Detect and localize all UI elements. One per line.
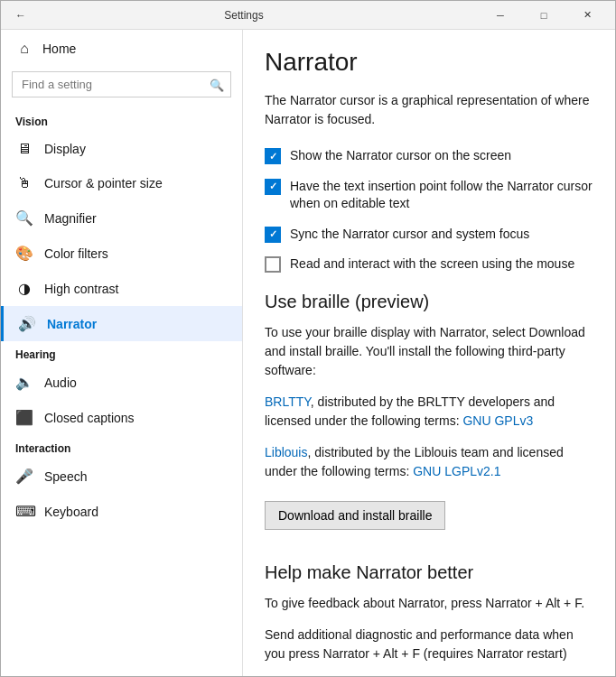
sidebar-item-display[interactable]: 🖥 Display xyxy=(1,132,242,166)
magnifier-icon: 🔍 xyxy=(15,209,33,227)
checkbox-row-show-cursor: Show the Narrator cursor on the screen xyxy=(265,147,593,165)
feedback-description2: Send additional diagnostic and performan… xyxy=(265,626,593,663)
sidebar-item-keyboard[interactable]: ⌨ Keyboard xyxy=(1,494,242,529)
sidebar-item-keyboard-label: Keyboard xyxy=(44,505,98,519)
sidebar-item-speech-label: Speech xyxy=(44,469,87,484)
gnu-gplv3-link[interactable]: GNU GPLv3 xyxy=(462,413,533,428)
braille-description: To use your braille display with Narrato… xyxy=(265,323,593,380)
sidebar-item-color-filters-label: Color filters xyxy=(44,246,108,261)
checkbox-row-follow-cursor: Have the text insertion point follow the… xyxy=(265,178,593,213)
page-title: Narrator xyxy=(265,48,593,77)
checkbox-read-interact-label: Read and interact with the screen using … xyxy=(290,255,574,274)
sidebar-item-display-label: Display xyxy=(44,142,86,156)
window-title: Settings xyxy=(33,9,454,22)
main-description: The Narrator cursor is a graphical repre… xyxy=(265,91,593,129)
brltty-link[interactable]: BRLTTY xyxy=(265,394,311,409)
window-controls: ─ □ ✕ xyxy=(480,1,608,30)
sidebar-item-home[interactable]: ⌂ Home xyxy=(1,30,242,68)
sidebar-home-label: Home xyxy=(42,42,76,56)
sidebar-item-cursor[interactable]: 🖱 Cursor & pointer size xyxy=(1,166,242,200)
feedback-section-title: Help make Narrator better xyxy=(265,562,593,583)
keyboard-icon: ⌨ xyxy=(15,503,33,520)
sidebar-item-high-contrast[interactable]: ◑ High contrast xyxy=(1,271,242,306)
sidebar-search: 🔍 xyxy=(12,71,231,97)
high-contrast-icon: ◑ xyxy=(15,280,33,297)
maximize-button[interactable]: □ xyxy=(523,1,565,30)
main-content: ⌂ Home 🔍 Vision 🖥 Display 🖱 Cursor & poi… xyxy=(1,30,615,676)
sidebar-item-audio-label: Audio xyxy=(44,376,77,390)
sidebar-item-magnifier[interactable]: 🔍 Magnifier xyxy=(1,200,242,236)
liblouis-link[interactable]: Liblouis xyxy=(265,445,307,459)
sidebar-item-narrator[interactable]: 🔊 Narrator xyxy=(1,306,242,341)
back-button[interactable]: ← xyxy=(8,3,33,28)
titlebar: ← Settings ─ □ ✕ xyxy=(1,1,615,30)
sidebar-item-closed-captions-label: Closed captions xyxy=(44,411,135,425)
checkbox-row-sync-cursor: Sync the Narrator cursor and system focu… xyxy=(265,226,593,244)
checkbox-show-cursor-label: Show the Narrator cursor on the screen xyxy=(290,147,511,165)
cursor-icon: 🖱 xyxy=(15,175,33,191)
vision-section-label: Vision xyxy=(1,108,242,132)
feedback-description1: To give feedback about Narrator, press N… xyxy=(265,594,593,613)
sidebar-item-speech[interactable]: 🎤 Speech xyxy=(1,459,242,494)
home-icon: ⌂ xyxy=(15,41,33,57)
close-button[interactable]: ✕ xyxy=(566,1,608,30)
speech-icon: 🎤 xyxy=(15,468,33,485)
display-icon: 🖥 xyxy=(15,141,33,157)
minimize-button[interactable]: ─ xyxy=(480,1,521,30)
sidebar-item-audio[interactable]: 🔈 Audio xyxy=(1,365,242,400)
sidebar-item-high-contrast-label: High contrast xyxy=(44,282,118,296)
sidebar-item-magnifier-label: Magnifier xyxy=(44,211,97,226)
checkbox-read-interact[interactable] xyxy=(265,256,281,273)
brltty-text: BRLTTY, distributed by the BRLTTY develo… xyxy=(265,393,593,431)
color-filters-icon: 🎨 xyxy=(15,245,33,262)
liblouis-text: Liblouis, distributed by the Liblouis te… xyxy=(265,443,593,481)
audio-icon: 🔈 xyxy=(15,374,33,391)
sidebar-item-color-filters[interactable]: 🎨 Color filters xyxy=(1,236,242,271)
search-input[interactable] xyxy=(12,71,231,97)
search-icon: 🔍 xyxy=(210,78,224,91)
sidebar: ⌂ Home 🔍 Vision 🖥 Display 🖱 Cursor & poi… xyxy=(1,30,243,676)
braille-section-title: Use braille (preview) xyxy=(265,292,593,312)
hearing-section-label: Hearing xyxy=(1,341,242,365)
checkbox-follow-cursor-label: Have the text insertion point follow the… xyxy=(290,178,593,213)
gnu-lgplv2-link[interactable]: GNU LGPLv2.1 xyxy=(413,464,500,478)
checkbox-row-read-interact: Read and interact with the screen using … xyxy=(265,255,593,274)
checkbox-show-cursor[interactable] xyxy=(265,148,281,164)
download-braille-button[interactable]: Download and install braille xyxy=(265,501,445,530)
sidebar-item-closed-captions[interactable]: ⬛ Closed captions xyxy=(1,400,242,435)
interaction-section-label: Interaction xyxy=(1,435,242,459)
sidebar-item-narrator-label: Narrator xyxy=(47,317,97,331)
sidebar-item-cursor-label: Cursor & pointer size xyxy=(44,176,163,190)
closed-captions-icon: ⬛ xyxy=(15,409,33,426)
main-panel: Narrator The Narrator cursor is a graphi… xyxy=(243,30,615,676)
checkbox-sync-cursor-label: Sync the Narrator cursor and system focu… xyxy=(290,226,529,244)
checkbox-follow-cursor[interactable] xyxy=(265,179,281,195)
narrator-icon: 🔊 xyxy=(18,315,36,332)
checkbox-sync-cursor[interactable] xyxy=(265,227,281,243)
settings-window: ← Settings ─ □ ✕ ⌂ Home 🔍 Vision 🖥 Displ… xyxy=(0,0,616,677)
